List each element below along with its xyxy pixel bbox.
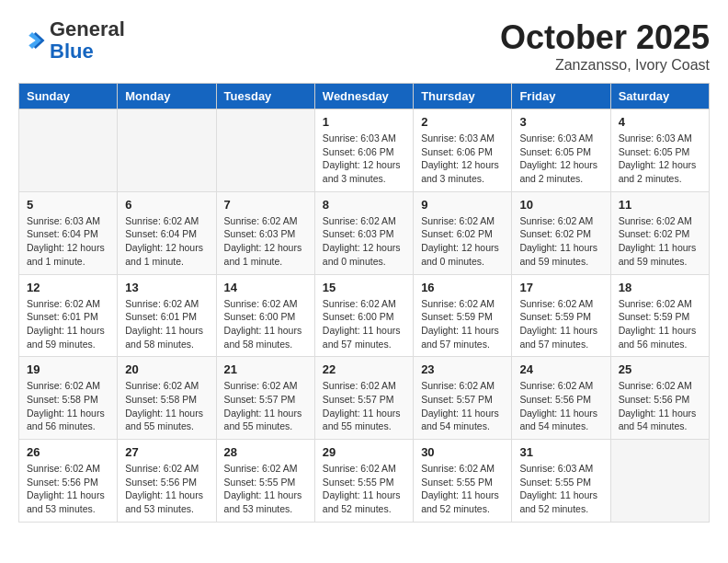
- location-subtitle: Zanzansso, Ivory Coast: [500, 57, 710, 74]
- calendar-cell: 20Sunrise: 6:02 AM Sunset: 5:58 PM Dayli…: [118, 357, 216, 440]
- day-number: 22: [323, 362, 405, 376]
- calendar-cell: 28Sunrise: 6:02 AM Sunset: 5:55 PM Dayli…: [216, 440, 314, 523]
- calendar-cell: 4Sunrise: 6:03 AM Sunset: 6:05 PM Daylig…: [610, 109, 709, 192]
- calendar-cell: 9Sunrise: 6:02 AM Sunset: 6:02 PM Daylig…: [414, 191, 512, 274]
- day-number: 26: [27, 445, 109, 459]
- day-info: Sunrise: 6:02 AM Sunset: 6:04 PM Dayligh…: [125, 214, 208, 269]
- calendar-cell: 11Sunrise: 6:02 AM Sunset: 6:02 PM Dayli…: [610, 191, 709, 274]
- day-info: Sunrise: 6:03 AM Sunset: 6:05 PM Dayligh…: [519, 132, 602, 186]
- day-info: Sunrise: 6:02 AM Sunset: 6:00 PM Dayligh…: [323, 297, 405, 351]
- day-number: 27: [125, 445, 208, 459]
- day-number: 21: [224, 362, 307, 376]
- day-info: Sunrise: 6:02 AM Sunset: 5:55 PM Dayligh…: [421, 462, 504, 516]
- day-info: Sunrise: 6:02 AM Sunset: 5:55 PM Dayligh…: [323, 462, 405, 516]
- logo-general-text: General: [50, 17, 125, 40]
- day-number: 25: [619, 362, 701, 376]
- day-number: 8: [323, 198, 405, 212]
- day-number: 17: [519, 281, 602, 294]
- calendar-cell: 18Sunrise: 6:02 AM Sunset: 5:59 PM Dayli…: [610, 274, 709, 357]
- calendar-cell: [610, 440, 709, 523]
- calendar-cell: 12Sunrise: 6:02 AM Sunset: 6:01 PM Dayli…: [19, 274, 118, 357]
- day-info: Sunrise: 6:02 AM Sunset: 6:00 PM Dayligh…: [224, 297, 307, 351]
- calendar-cell: [118, 109, 216, 192]
- calendar-cell: 16Sunrise: 6:02 AM Sunset: 5:59 PM Dayli…: [414, 274, 512, 357]
- day-number: 18: [619, 281, 701, 294]
- day-number: 2: [421, 115, 504, 129]
- calendar-cell: 25Sunrise: 6:02 AM Sunset: 5:56 PM Dayli…: [610, 357, 709, 440]
- day-info: Sunrise: 6:02 AM Sunset: 6:02 PM Dayligh…: [619, 214, 701, 269]
- calendar-cell: 1Sunrise: 6:03 AM Sunset: 6:06 PM Daylig…: [314, 109, 413, 192]
- day-info: Sunrise: 6:02 AM Sunset: 5:56 PM Dayligh…: [27, 462, 109, 516]
- calendar-cell: [216, 109, 314, 192]
- calendar-table: SundayMondayTuesdayWednesdayThursdayFrid…: [18, 83, 710, 523]
- calendar-cell: 19Sunrise: 6:02 AM Sunset: 5:58 PM Dayli…: [19, 357, 118, 440]
- calendar-cell: 26Sunrise: 6:02 AM Sunset: 5:56 PM Dayli…: [19, 440, 118, 523]
- day-info: Sunrise: 6:02 AM Sunset: 6:02 PM Dayligh…: [519, 214, 602, 269]
- day-info: Sunrise: 6:03 AM Sunset: 6:04 PM Dayligh…: [27, 214, 109, 269]
- calendar-week-4: 19Sunrise: 6:02 AM Sunset: 5:58 PM Dayli…: [19, 357, 710, 440]
- day-number: 30: [421, 445, 504, 459]
- title-block: October 2025 Zanzansso, Ivory Coast: [500, 18, 710, 74]
- day-number: 5: [27, 198, 109, 212]
- day-number: 3: [519, 115, 602, 129]
- calendar-cell: 2Sunrise: 6:03 AM Sunset: 6:06 PM Daylig…: [414, 109, 512, 192]
- logo: General Blue: [18, 18, 125, 63]
- calendar-cell: 15Sunrise: 6:02 AM Sunset: 6:00 PM Dayli…: [314, 274, 413, 357]
- calendar-cell: 22Sunrise: 6:02 AM Sunset: 5:57 PM Dayli…: [314, 357, 413, 440]
- calendar-cell: [19, 109, 118, 192]
- day-number: 7: [224, 198, 307, 212]
- day-number: 13: [125, 281, 208, 294]
- day-number: 19: [27, 362, 109, 376]
- column-header-friday: Friday: [512, 84, 610, 109]
- column-header-monday: Monday: [118, 84, 216, 109]
- calendar-week-1: 1Sunrise: 6:03 AM Sunset: 6:06 PM Daylig…: [19, 109, 710, 192]
- day-number: 24: [519, 362, 602, 376]
- calendar-cell: 8Sunrise: 6:02 AM Sunset: 6:03 PM Daylig…: [314, 191, 413, 274]
- day-info: Sunrise: 6:02 AM Sunset: 5:56 PM Dayligh…: [619, 379, 701, 433]
- day-number: 10: [519, 198, 602, 212]
- day-number: 6: [125, 198, 208, 212]
- column-header-thursday: Thursday: [414, 84, 512, 109]
- calendar-cell: 10Sunrise: 6:02 AM Sunset: 6:02 PM Dayli…: [512, 191, 610, 274]
- day-info: Sunrise: 6:03 AM Sunset: 5:55 PM Dayligh…: [519, 462, 602, 516]
- day-number: 23: [421, 362, 504, 376]
- day-info: Sunrise: 6:02 AM Sunset: 5:58 PM Dayligh…: [125, 379, 208, 433]
- day-info: Sunrise: 6:02 AM Sunset: 6:01 PM Dayligh…: [125, 297, 208, 351]
- column-header-saturday: Saturday: [610, 84, 709, 109]
- day-number: 11: [619, 198, 701, 212]
- day-info: Sunrise: 6:02 AM Sunset: 6:02 PM Dayligh…: [421, 214, 504, 269]
- day-info: Sunrise: 6:03 AM Sunset: 6:06 PM Dayligh…: [421, 132, 504, 186]
- day-info: Sunrise: 6:02 AM Sunset: 6:03 PM Dayligh…: [224, 214, 307, 269]
- calendar-cell: 30Sunrise: 6:02 AM Sunset: 5:55 PM Dayli…: [414, 440, 512, 523]
- day-number: 14: [224, 281, 307, 294]
- logo-icon: [18, 27, 46, 54]
- day-info: Sunrise: 6:03 AM Sunset: 6:06 PM Dayligh…: [323, 132, 405, 186]
- day-info: Sunrise: 6:02 AM Sunset: 5:56 PM Dayligh…: [125, 462, 208, 516]
- calendar-cell: 3Sunrise: 6:03 AM Sunset: 6:05 PM Daylig…: [512, 109, 610, 192]
- calendar-week-5: 26Sunrise: 6:02 AM Sunset: 5:56 PM Dayli…: [19, 440, 710, 523]
- day-info: Sunrise: 6:02 AM Sunset: 6:01 PM Dayligh…: [27, 297, 109, 351]
- calendar-cell: 6Sunrise: 6:02 AM Sunset: 6:04 PM Daylig…: [118, 191, 216, 274]
- calendar-cell: 23Sunrise: 6:02 AM Sunset: 5:57 PM Dayli…: [414, 357, 512, 440]
- calendar-cell: 27Sunrise: 6:02 AM Sunset: 5:56 PM Dayli…: [118, 440, 216, 523]
- calendar-header-row: SundayMondayTuesdayWednesdayThursdayFrid…: [19, 84, 710, 109]
- day-info: Sunrise: 6:02 AM Sunset: 5:57 PM Dayligh…: [323, 379, 405, 433]
- calendar-cell: 14Sunrise: 6:02 AM Sunset: 6:00 PM Dayli…: [216, 274, 314, 357]
- calendar-cell: 31Sunrise: 6:03 AM Sunset: 5:55 PM Dayli…: [512, 440, 610, 523]
- day-info: Sunrise: 6:02 AM Sunset: 5:56 PM Dayligh…: [519, 379, 602, 433]
- day-number: 12: [27, 281, 109, 294]
- day-info: Sunrise: 6:02 AM Sunset: 5:58 PM Dayligh…: [27, 379, 109, 433]
- day-number: 31: [519, 445, 602, 459]
- day-number: 15: [323, 281, 405, 294]
- day-number: 20: [125, 362, 208, 376]
- day-info: Sunrise: 6:03 AM Sunset: 6:05 PM Dayligh…: [619, 132, 701, 186]
- day-number: 4: [619, 115, 701, 129]
- day-info: Sunrise: 6:02 AM Sunset: 5:57 PM Dayligh…: [224, 379, 307, 433]
- day-info: Sunrise: 6:02 AM Sunset: 5:57 PM Dayligh…: [421, 379, 504, 433]
- calendar-cell: 17Sunrise: 6:02 AM Sunset: 5:59 PM Dayli…: [512, 274, 610, 357]
- day-info: Sunrise: 6:02 AM Sunset: 5:55 PM Dayligh…: [224, 462, 307, 516]
- column-header-wednesday: Wednesday: [314, 84, 413, 109]
- calendar-cell: 21Sunrise: 6:02 AM Sunset: 5:57 PM Dayli…: [216, 357, 314, 440]
- calendar-cell: 24Sunrise: 6:02 AM Sunset: 5:56 PM Dayli…: [512, 357, 610, 440]
- calendar-cell: 13Sunrise: 6:02 AM Sunset: 6:01 PM Dayli…: [118, 274, 216, 357]
